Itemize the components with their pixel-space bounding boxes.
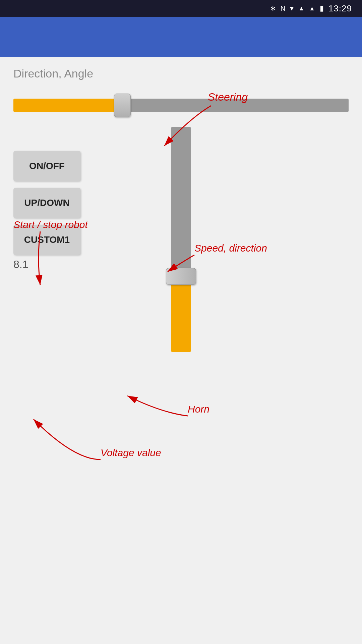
battery-icon: ▮ — [320, 4, 324, 13]
v-slider-track-top — [171, 127, 191, 268]
updown-button[interactable]: UP/DOWN — [13, 188, 80, 218]
wifi-icon: ▾ — [290, 4, 294, 13]
v-slider-thumb[interactable] — [166, 268, 196, 285]
status-time: 13:29 — [328, 3, 352, 14]
bluetooth-icon: ∗ — [270, 4, 276, 13]
custom1-button[interactable]: CUSTOM1 — [13, 225, 80, 255]
onoff-button[interactable]: ON/OFF — [13, 151, 80, 181]
signal1-icon: ▲ — [298, 5, 304, 12]
nfc-icon: N — [281, 5, 285, 12]
svg-text:Horn: Horn — [188, 404, 209, 415]
status-bar: ∗ N ▾ ▲ ▲ ▮ 13:29 — [0, 0, 362, 17]
svg-text:Voltage value: Voltage value — [101, 447, 161, 458]
main-content: Direction, Angle ON/OFF UP/DOWN CUSTOM1 … — [0, 57, 362, 365]
steering-slider[interactable] — [13, 94, 349, 117]
h-slider-track-left — [13, 99, 114, 112]
h-slider-track-right — [131, 99, 349, 112]
left-controls: ON/OFF UP/DOWN CUSTOM1 — [13, 151, 80, 255]
signal2-icon: ▲ — [309, 5, 315, 12]
h-slider-thumb[interactable] — [114, 94, 131, 117]
v-slider-track-bottom — [171, 285, 191, 352]
app-bar — [0, 17, 362, 57]
direction-angle-label: Direction, Angle — [13, 67, 349, 80]
speed-slider[interactable] — [166, 127, 196, 352]
voltage-value: 8.1 — [13, 258, 28, 271]
